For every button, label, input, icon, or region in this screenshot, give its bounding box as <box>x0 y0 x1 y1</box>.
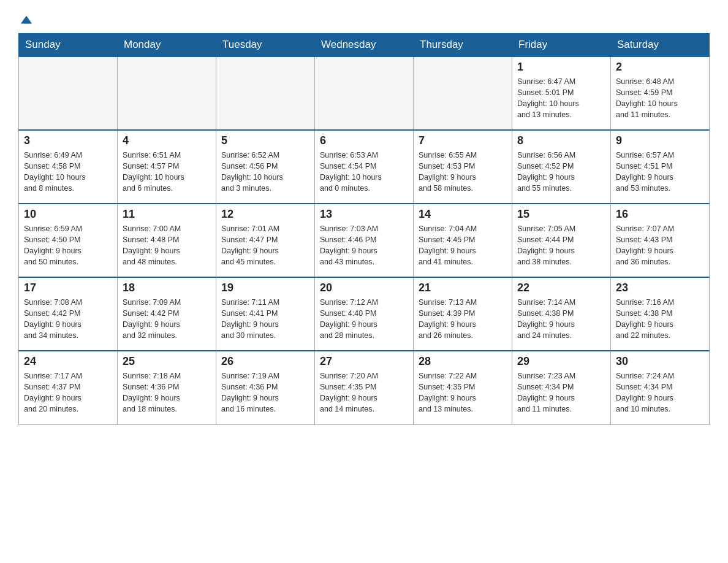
calendar-cell: 28Sunrise: 7:22 AMSunset: 4:35 PMDayligh… <box>414 351 512 424</box>
day-info: Sunrise: 6:57 AMSunset: 4:51 PMDaylight:… <box>616 150 704 194</box>
calendar-cell: 12Sunrise: 7:01 AMSunset: 4:47 PMDayligh… <box>216 204 315 277</box>
day-number: 1 <box>517 61 605 74</box>
day-number: 20 <box>320 282 408 294</box>
calendar-cell: 18Sunrise: 7:09 AMSunset: 4:42 PMDayligh… <box>118 277 216 351</box>
day-info: Sunrise: 7:23 AMSunset: 4:34 PMDaylight:… <box>517 370 605 415</box>
day-info: Sunrise: 7:09 AMSunset: 4:42 PMDaylight:… <box>123 297 211 342</box>
day-info: Sunrise: 7:07 AMSunset: 4:43 PMDaylight:… <box>616 223 704 268</box>
day-info: Sunrise: 6:47 AMSunset: 5:01 PMDaylight:… <box>517 76 605 121</box>
day-info: Sunrise: 7:16 AMSunset: 4:38 PMDaylight:… <box>616 297 704 342</box>
day-info: Sunrise: 7:24 AMSunset: 4:34 PMDaylight:… <box>616 370 704 415</box>
weekday-header: Thursday <box>414 34 512 57</box>
day-info: Sunrise: 7:03 AMSunset: 4:46 PMDaylight:… <box>320 223 408 268</box>
day-number: 21 <box>419 282 507 294</box>
calendar-cell: 11Sunrise: 7:00 AMSunset: 4:48 PMDayligh… <box>118 204 216 277</box>
day-info: Sunrise: 7:18 AMSunset: 4:36 PMDaylight:… <box>123 370 211 415</box>
day-number: 9 <box>616 134 704 147</box>
logo-icon <box>20 13 33 27</box>
calendar-cell: 13Sunrise: 7:03 AMSunset: 4:46 PMDayligh… <box>315 204 414 277</box>
day-number: 24 <box>24 355 112 368</box>
day-number: 17 <box>24 282 112 294</box>
weekday-header: Friday <box>512 34 611 57</box>
calendar-cell: 29Sunrise: 7:23 AMSunset: 4:34 PMDayligh… <box>512 351 611 424</box>
day-number: 15 <box>517 208 605 221</box>
day-info: Sunrise: 7:04 AMSunset: 4:45 PMDaylight:… <box>419 223 507 268</box>
day-number: 10 <box>24 208 112 221</box>
calendar-week-row: 3Sunrise: 6:49 AMSunset: 4:58 PMDaylight… <box>19 130 710 204</box>
calendar-cell: 5Sunrise: 6:52 AMSunset: 4:56 PMDaylight… <box>216 130 315 204</box>
calendar-cell <box>216 56 315 130</box>
weekday-header: Saturday <box>611 34 710 57</box>
day-number: 2 <box>616 61 704 74</box>
weekday-header: Sunday <box>19 34 118 57</box>
day-number: 26 <box>221 355 309 368</box>
day-number: 16 <box>616 208 704 221</box>
day-number: 3 <box>24 134 112 147</box>
day-number: 4 <box>123 134 211 147</box>
day-info: Sunrise: 7:00 AMSunset: 4:48 PMDaylight:… <box>123 223 211 268</box>
calendar-cell <box>118 56 216 130</box>
day-info: Sunrise: 6:56 AMSunset: 4:52 PMDaylight:… <box>517 150 605 194</box>
day-number: 14 <box>419 208 507 221</box>
day-info: Sunrise: 7:05 AMSunset: 4:44 PMDaylight:… <box>517 223 605 268</box>
calendar-week-row: 10Sunrise: 6:59 AMSunset: 4:50 PMDayligh… <box>19 204 710 277</box>
day-number: 29 <box>517 355 605 368</box>
day-number: 11 <box>123 208 211 221</box>
calendar-cell: 15Sunrise: 7:05 AMSunset: 4:44 PMDayligh… <box>512 204 611 277</box>
calendar-cell: 9Sunrise: 6:57 AMSunset: 4:51 PMDaylight… <box>611 130 710 204</box>
day-number: 12 <box>221 208 309 221</box>
calendar-cell <box>19 56 118 130</box>
calendar-table: SundayMondayTuesdayWednesdayThursdayFrid… <box>18 33 710 425</box>
calendar-cell: 7Sunrise: 6:55 AMSunset: 4:53 PMDaylight… <box>414 130 512 204</box>
logo <box>18 12 33 27</box>
calendar-cell: 24Sunrise: 7:17 AMSunset: 4:37 PMDayligh… <box>19 351 118 424</box>
day-info: Sunrise: 7:08 AMSunset: 4:42 PMDaylight:… <box>24 297 112 342</box>
calendar-cell <box>414 56 512 130</box>
weekday-header: Monday <box>118 34 216 57</box>
day-number: 27 <box>320 355 408 368</box>
day-info: Sunrise: 6:59 AMSunset: 4:50 PMDaylight:… <box>24 223 112 268</box>
day-number: 19 <box>221 282 309 294</box>
calendar-cell: 19Sunrise: 7:11 AMSunset: 4:41 PMDayligh… <box>216 277 315 351</box>
day-number: 7 <box>419 134 507 147</box>
day-number: 13 <box>320 208 408 221</box>
day-number: 18 <box>123 282 211 294</box>
calendar-cell: 3Sunrise: 6:49 AMSunset: 4:58 PMDaylight… <box>19 130 118 204</box>
day-info: Sunrise: 7:13 AMSunset: 4:39 PMDaylight:… <box>419 297 507 342</box>
day-info: Sunrise: 7:19 AMSunset: 4:36 PMDaylight:… <box>221 370 309 415</box>
weekday-header: Wednesday <box>315 34 414 57</box>
day-info: Sunrise: 6:49 AMSunset: 4:58 PMDaylight:… <box>24 150 112 194</box>
day-info: Sunrise: 6:51 AMSunset: 4:57 PMDaylight:… <box>123 150 211 194</box>
day-number: 6 <box>320 134 408 147</box>
calendar-cell: 16Sunrise: 7:07 AMSunset: 4:43 PMDayligh… <box>611 204 710 277</box>
calendar-cell: 21Sunrise: 7:13 AMSunset: 4:39 PMDayligh… <box>414 277 512 351</box>
day-info: Sunrise: 7:11 AMSunset: 4:41 PMDaylight:… <box>221 297 309 342</box>
calendar-cell: 2Sunrise: 6:48 AMSunset: 4:59 PMDaylight… <box>611 56 710 130</box>
calendar-cell: 14Sunrise: 7:04 AMSunset: 4:45 PMDayligh… <box>414 204 512 277</box>
calendar-week-row: 1Sunrise: 6:47 AMSunset: 5:01 PMDaylight… <box>19 56 710 130</box>
day-number: 28 <box>419 355 507 368</box>
day-info: Sunrise: 6:55 AMSunset: 4:53 PMDaylight:… <box>419 150 507 194</box>
calendar-cell: 23Sunrise: 7:16 AMSunset: 4:38 PMDayligh… <box>611 277 710 351</box>
calendar-cell: 26Sunrise: 7:19 AMSunset: 4:36 PMDayligh… <box>216 351 315 424</box>
day-info: Sunrise: 7:17 AMSunset: 4:37 PMDaylight:… <box>24 370 112 415</box>
day-number: 8 <box>517 134 605 147</box>
day-number: 25 <box>123 355 211 368</box>
day-info: Sunrise: 6:48 AMSunset: 4:59 PMDaylight:… <box>616 76 704 121</box>
day-number: 5 <box>221 134 309 147</box>
day-info: Sunrise: 7:14 AMSunset: 4:38 PMDaylight:… <box>517 297 605 342</box>
page-header <box>18 12 710 27</box>
calendar-cell: 27Sunrise: 7:20 AMSunset: 4:35 PMDayligh… <box>315 351 414 424</box>
day-info: Sunrise: 7:22 AMSunset: 4:35 PMDaylight:… <box>419 370 507 415</box>
calendar-week-row: 24Sunrise: 7:17 AMSunset: 4:37 PMDayligh… <box>19 351 710 424</box>
calendar-cell: 30Sunrise: 7:24 AMSunset: 4:34 PMDayligh… <box>611 351 710 424</box>
day-info: Sunrise: 7:12 AMSunset: 4:40 PMDaylight:… <box>320 297 408 342</box>
day-number: 22 <box>517 282 605 294</box>
day-info: Sunrise: 7:20 AMSunset: 4:35 PMDaylight:… <box>320 370 408 415</box>
calendar-cell: 17Sunrise: 7:08 AMSunset: 4:42 PMDayligh… <box>19 277 118 351</box>
weekday-header-row: SundayMondayTuesdayWednesdayThursdayFrid… <box>19 34 710 57</box>
calendar-cell: 10Sunrise: 6:59 AMSunset: 4:50 PMDayligh… <box>19 204 118 277</box>
calendar-cell: 8Sunrise: 6:56 AMSunset: 4:52 PMDaylight… <box>512 130 611 204</box>
calendar-cell: 4Sunrise: 6:51 AMSunset: 4:57 PMDaylight… <box>118 130 216 204</box>
calendar-cell: 22Sunrise: 7:14 AMSunset: 4:38 PMDayligh… <box>512 277 611 351</box>
